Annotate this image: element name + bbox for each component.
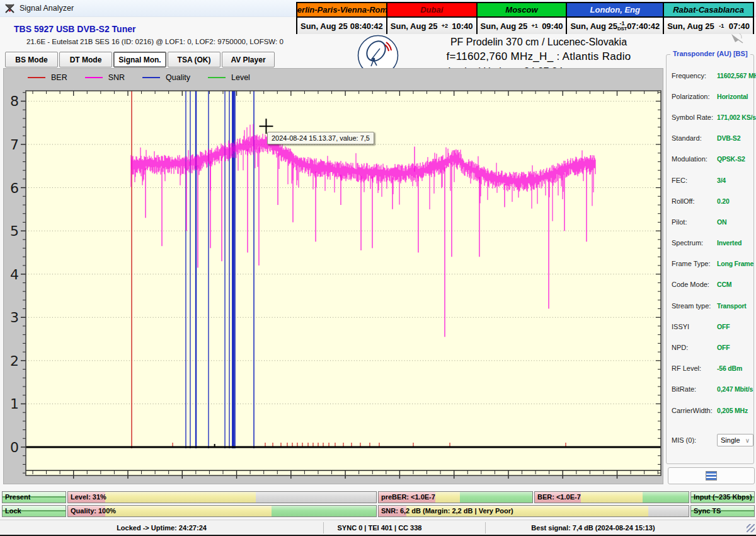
clock-time: Sun, Aug 25 +1 09:40 <box>478 18 566 34</box>
transponder-value: Inverted <box>717 239 742 247</box>
signal-mon-button[interactable]: Signal Mon. <box>113 52 166 67</box>
clock-offset: -1 <box>719 23 724 29</box>
transponder-row: Modulation:QPSK-S2 <box>672 149 753 170</box>
snr-bar: SNR: 6,2 dB (Margin: 2,2 dB | Very Poor) <box>378 505 689 517</box>
transponder-label: NPD: <box>672 344 717 351</box>
transponder-value: 0,247 Mbit/s <box>717 385 753 393</box>
svg-text:6: 6 <box>10 180 19 196</box>
level-swatch <box>208 77 226 78</box>
resize-grip[interactable] <box>747 524 755 532</box>
transponder-row: RF Level:-56 dBm <box>672 358 753 379</box>
ber-swatch <box>28 77 45 78</box>
transponder-rows: Frequency:11602,567 MHzPolarization:Hori… <box>667 55 753 421</box>
clock-hhmm: 07:40 <box>729 21 750 31</box>
transponder-list-button[interactable] <box>668 467 755 484</box>
status-divider <box>323 522 324 533</box>
level-bar: Level: 31% <box>67 491 377 503</box>
transponder-value: CCM <box>717 281 731 288</box>
transponder-value: Long Frame <box>717 260 753 267</box>
transponder-value: ON <box>717 218 726 226</box>
clock-city: Moscow <box>478 3 566 16</box>
clock-city: Dubai <box>387 3 476 16</box>
clock-hhmm: 08:40:42 <box>350 21 383 31</box>
mis-select[interactable]: Single ∨ <box>717 434 753 446</box>
clock-offset: -1DST <box>617 21 627 32</box>
tsa-button[interactable]: TSA (OK) <box>168 52 220 67</box>
transponder-label: Polarization: <box>672 93 717 100</box>
window-title: Signal Analyzer <box>20 4 74 13</box>
transponder-row: CarrierWidth:0,205 MHz <box>672 400 753 421</box>
transponder-title: Transponder (AU) [BS] <box>670 50 750 57</box>
snr-swatch <box>85 77 103 78</box>
dt-mode-button[interactable]: DT Mode <box>59 52 112 67</box>
clock-date: Sun, Aug 25 <box>481 21 528 31</box>
transponder-label: Frame Type: <box>672 260 717 267</box>
transponder-row: Frame Type:Long Frame <box>672 253 753 274</box>
present-indicator: Present <box>2 491 66 503</box>
clock-offset: +2 <box>442 23 448 29</box>
transponder-row: Symbol Rate:171,002 KS/s <box>672 107 753 127</box>
device-name: TBS 5927 USB DVB-S2 Tuner <box>14 24 135 34</box>
transponder-label: Code Mode: <box>672 281 717 288</box>
av-player-button[interactable]: AV Player <box>222 52 275 67</box>
transponder-row: Polarization:Horizontal <box>672 86 753 107</box>
transponder-row: Standard:DVB-S2 <box>672 128 753 149</box>
bs-mode-button[interactable]: BS Mode <box>5 52 58 67</box>
transponder-label: Frequency: <box>672 72 717 79</box>
quality-bar: Quality: 100% <box>67 505 377 517</box>
transponder-label: RF Level: <box>672 364 717 372</box>
svg-text:5: 5 <box>10 223 19 239</box>
svg-text:1: 1 <box>10 396 19 412</box>
signal-chart-panel: 012345678 BER SNR Quality Level <box>3 68 663 484</box>
status-sync: SYNC 0 | TEI 401 | CC 338 <box>323 520 485 535</box>
svg-text:0: 0 <box>10 440 19 455</box>
chevron-down-icon: ∨ <box>745 437 750 444</box>
transponder-row: Frequency:11602,567 MHz <box>672 65 753 86</box>
transponder-row: Code Mode:CCM <box>672 274 753 295</box>
clock-date: Sun, Aug 25 <box>301 21 348 31</box>
list-icon <box>706 471 717 481</box>
clock-city: Berlin-Paris-Vienna-Roma <box>297 3 386 16</box>
signal-plot: 012345678 <box>4 69 663 484</box>
mode-buttons: BS Mode DT Mode Signal Mon. TSA (OK) AV … <box>5 52 275 67</box>
transponder-label: Pilot: <box>672 218 717 226</box>
quality-swatch <box>142 77 160 78</box>
transponder-label: Stream type: <box>672 302 717 310</box>
svg-text:8: 8 <box>10 93 19 109</box>
chart-legend: BER SNR Quality Level <box>28 73 250 82</box>
transponder-row: NPD:OFF <box>672 337 753 358</box>
svg-text:3: 3 <box>10 310 19 325</box>
transponder-label: Modulation: <box>672 155 717 163</box>
transponder-value: -56 dBm <box>717 364 742 372</box>
legend-level: Level <box>208 73 250 82</box>
status-bar: Locked -> Uptime: 24:27:24 SYNC 0 | TEI … <box>0 520 756 535</box>
transponder-label: Symbol Rate: <box>672 114 717 121</box>
transponder-label: Standard: <box>672 134 717 142</box>
transponder-value: 11602,567 MHz <box>717 72 756 79</box>
clock-date: Sun, Aug 25 <box>391 21 438 31</box>
mis-label: MIS (0): <box>672 436 717 444</box>
transponder-label: FEC: <box>672 177 717 184</box>
world-clocks: Berlin-Paris-Vienna-Roma Dubai Moscow Lo… <box>296 2 754 34</box>
lock-indicator: Lock <box>2 505 66 517</box>
status-uptime: Locked -> Uptime: 24:27:24 <box>0 520 323 535</box>
mis-value: Single <box>721 436 740 444</box>
clock-time: Sun, Aug 25 -1 07:40 <box>664 18 753 34</box>
legend-snr: SNR <box>85 73 125 82</box>
transponder-label: ISSYI <box>672 323 717 330</box>
transponder-label: RollOff: <box>672 197 717 205</box>
legend-quality: Quality <box>142 73 190 82</box>
transponder-row: BitRate:0,247 Mbit/s <box>672 379 753 400</box>
clock-hhmm: 09:40 <box>542 21 563 31</box>
clock-date: Sun, Aug 25 <box>667 21 714 31</box>
svg-text:4: 4 <box>10 267 19 283</box>
transponder-row: Stream type:Transport <box>672 295 753 316</box>
status-best-signal: Best signal: 7,4 dB (2024-08-24 15:13) <box>485 520 747 535</box>
clock-time: Sun, Aug 25 08:40:42 <box>297 18 386 34</box>
legend-ber: BER <box>28 73 67 82</box>
transponder-row: Pilot:ON <box>672 211 753 232</box>
tuner-info: 21.6E - Eutelsat 21B SES 16 (ID: 0216) @… <box>26 38 284 45</box>
transponder-value: QPSK-S2 <box>717 155 745 163</box>
frequency-line: f=11602,760 MHz_H_ : Atlantis Radio <box>403 49 674 64</box>
chart-tooltip: 2024-08-24 15.13.37, value: 7,5 <box>267 132 374 144</box>
